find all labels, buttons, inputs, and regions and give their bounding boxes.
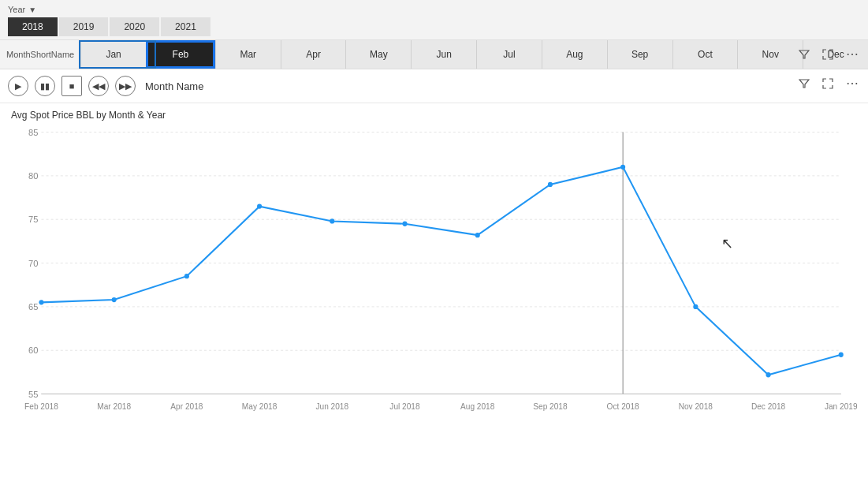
svg-point-32 [257, 203, 262, 208]
year-tab-2020[interactable]: 2020 [110, 17, 159, 36]
svg-marker-1 [799, 80, 809, 88]
year-filter-section: Year ▼ 2018201920202021 [0, 0, 868, 40]
svg-text:55: 55 [28, 390, 38, 399]
pause-button[interactable]: ▮▮ [35, 76, 55, 96]
month-tab-Oct[interactable]: Oct [672, 40, 738, 69]
year-tab-2018[interactable]: 2018 [8, 17, 58, 36]
year-tabs: 2018201920202021 [8, 17, 860, 36]
year-label: Year ▼ [8, 5, 860, 14]
svg-point-35 [475, 233, 480, 237]
controls-expand-icon[interactable] [819, 76, 836, 91]
svg-point-34 [402, 222, 407, 226]
next-button[interactable]: ▶▶ [115, 76, 136, 96]
svg-point-40 [839, 353, 844, 357]
controls-icons: ⋯ [795, 76, 862, 91]
month-tab-Jan[interactable]: Jan [80, 40, 146, 69]
month-tab-Sep[interactable]: Sep [607, 40, 672, 69]
line-chart: 55606570758085Feb 2018Mar 2018Apr 2018Ma… [11, 124, 857, 431]
svg-marker-0 [799, 50, 809, 58]
year-label-text: Year [8, 5, 25, 14]
month-tab-Aug[interactable]: Aug [542, 40, 607, 69]
month-short-name-label: MonthShortName [0, 40, 80, 69]
svg-text:Jan 2019: Jan 2019 [825, 401, 857, 410]
svg-text:Jun 2018: Jun 2018 [315, 401, 348, 410]
controls-filter-icon[interactable] [795, 76, 813, 91]
svg-point-31 [184, 274, 189, 278]
svg-text:75: 75 [28, 215, 38, 224]
svg-text:Dec 2018: Dec 2018 [751, 401, 786, 410]
svg-point-38 [693, 304, 698, 309]
month-more-icon[interactable]: ⋯ [843, 47, 862, 62]
svg-text:80: 80 [28, 171, 38, 181]
svg-text:Oct 2018: Oct 2018 [607, 401, 639, 410]
month-tab-Jun[interactable]: Jun [411, 40, 476, 69]
year-tab-2019[interactable]: 2019 [59, 17, 109, 36]
month-tabs: JanFebMarAprMayJunJulAugSepOctNovDec [80, 40, 868, 69]
month-tab-Nov[interactable]: Nov [737, 40, 803, 69]
month-filter-icon[interactable] [795, 47, 813, 62]
svg-text:Jul 2018: Jul 2018 [389, 401, 420, 410]
play-button[interactable]: ▶ [8, 76, 28, 96]
month-slicer-section: MonthShortName JanFebMarAprMayJunJulAugS… [0, 40, 868, 69]
year-dropdown-icon[interactable]: ▼ [28, 6, 36, 14]
svg-text:60: 60 [28, 345, 38, 355]
svg-text:↖: ↖ [721, 235, 734, 252]
svg-text:70: 70 [28, 259, 38, 268]
svg-point-36 [548, 182, 553, 187]
svg-point-33 [330, 218, 334, 223]
controls-section: ▶ ▮▮ ■ ◀◀ ▶▶ Month Name ⋯ [0, 69, 868, 103]
svg-text:Apr 2018: Apr 2018 [170, 401, 203, 410]
svg-point-30 [112, 297, 117, 302]
month-tab-Apr[interactable]: Apr [281, 40, 346, 69]
month-section-icons: ⋯ [795, 47, 862, 62]
month-tab-Mar[interactable]: Mar [215, 40, 281, 69]
controls-more-icon[interactable]: ⋯ [843, 76, 862, 91]
svg-text:Nov 2018: Nov 2018 [679, 401, 713, 410]
month-tab-Feb[interactable]: Feb [146, 40, 215, 69]
chart-title: Avg Spot Price BBL by Month & Year [11, 110, 857, 121]
month-tab-Jul[interactable]: Jul [476, 40, 542, 69]
chart-section: Avg Spot Price BBL by Month & Year 55606… [0, 103, 868, 442]
chart-container: 55606570758085Feb 2018Mar 2018Apr 2018Ma… [11, 124, 857, 431]
month-expand-icon[interactable] [819, 47, 836, 62]
svg-point-39 [766, 372, 771, 377]
svg-point-29 [39, 300, 43, 304]
month-header: MonthShortName JanFebMarAprMayJunJulAugS… [0, 40, 868, 69]
svg-text:Feb 2018: Feb 2018 [24, 401, 58, 410]
prev-button[interactable]: ◀◀ [88, 76, 109, 96]
svg-point-37 [620, 165, 625, 170]
svg-text:Aug 2018: Aug 2018 [460, 401, 495, 410]
svg-text:Mar 2018: Mar 2018 [97, 401, 131, 410]
svg-text:May 2018: May 2018 [242, 401, 278, 410]
svg-text:65: 65 [28, 302, 38, 312]
year-tab-2021[interactable]: 2021 [161, 17, 210, 36]
stop-button[interactable]: ■ [61, 76, 82, 96]
controls-label: Month Name [145, 80, 203, 92]
month-tab-May[interactable]: May [345, 40, 411, 69]
svg-text:Sep 2018: Sep 2018 [533, 401, 568, 410]
svg-text:85: 85 [28, 128, 38, 137]
